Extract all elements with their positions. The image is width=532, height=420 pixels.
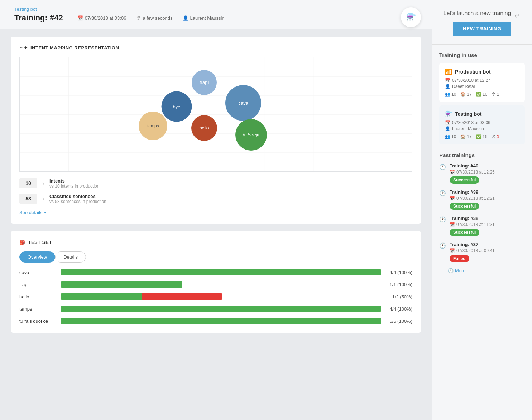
calendar-icon: 📅 — [77, 15, 83, 21]
past-date-39: 📅 07/30/2018 at 12:21 — [450, 196, 495, 201]
page-title: Training: #42 — [14, 13, 63, 23]
user-icon-prod: 👤 — [445, 84, 450, 89]
see-details-link[interactable]: See details ▾ — [19, 210, 412, 215]
training-in-use-section: Training in use 📶 Production bot 📅 07/30… — [432, 45, 532, 152]
prod-date-row: 📅 07/30/2018 at 12:27 — [445, 78, 519, 83]
bar-red-hello — [142, 293, 222, 300]
prod-stat-home: 🏠 17 — [460, 92, 471, 97]
intent-stats: 10 › Intents vs 10 intents in production… — [19, 178, 412, 204]
new-training-section: Let's launch a new training ↵ NEW TRAINI… — [432, 0, 532, 45]
sidebar: Let's launch a new training ↵ NEW TRAINI… — [432, 0, 532, 420]
user-icon-test: 👤 — [445, 126, 450, 131]
past-item-39: 🕐 Training: #39 📅 07/30/2018 at 12:21 Su… — [439, 189, 525, 210]
test-stat-check: ✅ 16 — [476, 134, 487, 139]
prod-stat-clock: ⏱ 1 — [492, 92, 499, 97]
test-stat-people: 👥 10 — [445, 134, 456, 139]
history-icon-40: 🕐 — [439, 164, 446, 170]
people-icon-test: 👥 — [445, 134, 450, 139]
past-name-40: Training: #40 — [450, 163, 495, 169]
stat-intents-value: 10 — [19, 178, 37, 188]
prod-stats: 👥 10 🏠 17 ✅ 16 ⏱ 1 — [445, 92, 519, 97]
header-meta: 📅 07/30/2018 at 03:06 ⏱ a few seconds 👤 … — [77, 15, 225, 21]
prod-stat-check: ✅ 16 — [476, 92, 487, 97]
test-row-temps: temps 4/4 (100%) — [19, 306, 412, 312]
training-card-testing: ⚗️ Testing bot 📅 07/30/2018 at 03:06 👤 L… — [439, 105, 525, 144]
stat-sentences-value: 58 — [19, 194, 37, 204]
bubble-hello: hello — [191, 115, 217, 141]
test-icon: 🎒 — [19, 240, 25, 245]
arrow-icon: › — [42, 180, 44, 187]
header-user: 👤 Laurent Maussin — [183, 15, 225, 21]
cal-icon-39: 📅 — [450, 196, 455, 201]
test-rows: cava 4/4 (100%) frapi 1/1 (100%) — [19, 269, 412, 324]
test-set-card: 🎒 TEST SET Overview Details cava 4/4 (10… — [11, 231, 421, 333]
past-item-38: 🕐 Training: #38 📅 07/30/2018 at 11:31 Su… — [439, 216, 525, 236]
test-label-tufais: tu fais quoi ce — [19, 318, 55, 324]
bubble-cava: cava — [225, 85, 261, 121]
test-bar-tufais — [61, 318, 381, 324]
home-icon-test: 🏠 — [460, 134, 466, 139]
header-date: 📅 07/30/2018 at 03:06 — [77, 15, 126, 21]
training-card-production: 📶 Production bot 📅 07/30/2018 at 12:27 👤… — [439, 63, 525, 102]
stat-intents: 10 › Intents vs 10 intents in production — [19, 178, 412, 189]
past-item-40: 🕐 Training: #40 📅 07/30/2018 at 12:25 Su… — [439, 163, 525, 184]
history-icon-37: 🕐 — [439, 242, 446, 249]
test-row-cava: cava 4/4 (100%) — [19, 269, 412, 275]
bubble-frapi: frapi — [192, 70, 217, 95]
bar-green-temps — [61, 306, 381, 312]
prod-stat-people: 👥 10 — [445, 92, 456, 97]
bar-green-frapi — [61, 281, 182, 288]
flask-button[interactable]: ⚗️ — [401, 7, 421, 27]
test-bar-hello — [61, 293, 384, 300]
past-date-40: 📅 07/30/2018 at 12:25 — [450, 170, 495, 175]
past-name-38: Training: #38 — [450, 216, 495, 221]
past-name-37: Training: #37 — [450, 242, 495, 247]
tab-details[interactable]: Details — [55, 251, 86, 263]
past-trainings-title: Past trainings — [439, 152, 525, 158]
past-name-39: Training: #39 — [450, 189, 495, 195]
arrow-icon2: › — [42, 195, 44, 203]
home-icon-prod: 🏠 — [460, 92, 466, 97]
bubble-chart: frapi bye cava temps hello tu fais qu — [19, 57, 412, 172]
test-score-frapi: 1/1 (100%) — [389, 282, 412, 287]
bubble-tufais: tu fais qu — [235, 119, 267, 151]
test-bar-temps — [61, 306, 381, 312]
badge-38: Successful — [450, 229, 479, 236]
tab-overview[interactable]: Overview — [19, 251, 55, 263]
past-date-37: 📅 07/30/2018 at 09:41 — [450, 248, 495, 253]
past-trainings-section: Past trainings 🕐 Training: #40 📅 07/30/2… — [432, 152, 532, 280]
flask-icon-test: ⚗️ — [445, 110, 452, 117]
scatter-icon: ⚬✦ — [19, 45, 28, 51]
enter-icon: ↵ — [514, 11, 521, 20]
prod-user-row: 👤 Raeef Refai — [445, 84, 519, 89]
bot-name: Testing bot — [14, 6, 225, 12]
test-set-title: 🎒 TEST SET — [19, 240, 412, 245]
test-tabs: Overview Details — [19, 251, 412, 263]
bar-green-hello — [61, 293, 142, 300]
test-score-cava: 4/4 (100%) — [389, 270, 412, 275]
test-label-hello: hello — [19, 294, 55, 299]
header-duration: ⏱ a few seconds — [136, 15, 172, 21]
test-row-tufais: tu fais quoi ce 6/6 (100%) — [19, 318, 412, 324]
chevron-down-icon: ▾ — [44, 210, 47, 215]
test-score-hello: 1/2 (50%) — [392, 294, 412, 299]
bar-green-tufais — [61, 318, 381, 324]
page-header: Testing bot Training: #42 📅 07/30/2018 a… — [0, 0, 432, 29]
cal-icon-prod: 📅 — [445, 78, 450, 83]
badge-37: Failed — [450, 255, 469, 262]
test-row-hello: hello 1/2 (50%) — [19, 293, 412, 300]
bubble-temps: temps — [139, 112, 167, 140]
intent-mapping-title: ⚬✦ INTENT MAPPING REPRESENTATION — [19, 45, 412, 51]
flask-icon: ⚗️ — [406, 13, 416, 22]
test-stat-home: 🏠 17 — [460, 134, 471, 139]
more-link[interactable]: 🕐 More — [439, 268, 525, 273]
production-bot-name: Production bot — [455, 69, 491, 75]
test-bar-frapi — [61, 281, 381, 288]
wifi-icon: 📶 — [445, 68, 452, 75]
test-label-temps: temps — [19, 306, 55, 312]
stat-sentences-label: Classified sentences — [49, 194, 106, 199]
test-stat-clock: ⏱ 1 — [492, 134, 499, 139]
clock-icon-test: ⏱ — [492, 134, 496, 139]
past-item-37: 🕐 Training: #37 📅 07/30/2018 at 09:41 Fa… — [439, 242, 525, 262]
new-training-button[interactable]: NEW TRAINING — [453, 22, 512, 36]
